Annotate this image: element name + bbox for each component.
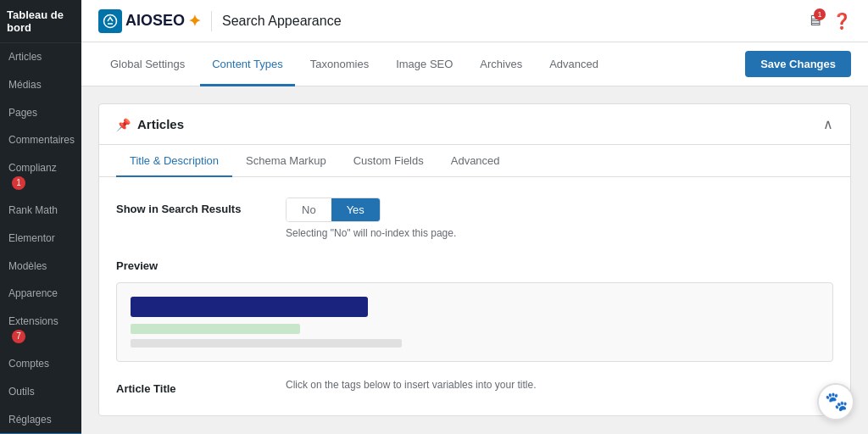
tab-advanced[interactable]: Advanced <box>537 43 610 86</box>
sidebar-item-complianz[interactable]: Complianz1 <box>0 154 81 197</box>
sidebar-item-commentaires[interactable]: Commentaires <box>0 126 81 154</box>
pushpin-icon: 📌 <box>116 118 131 131</box>
sidebar-item-extensions[interactable]: Extensions7 <box>0 308 81 350</box>
mascot-button[interactable]: 🐾 <box>817 383 854 420</box>
article-title-row: Article Title Click on the tags below to… <box>116 379 833 395</box>
preview-section: Preview <box>116 259 833 362</box>
complianz-badge: 1 <box>12 176 25 190</box>
logo-plus: ✦ <box>188 12 201 31</box>
show-in-search-hint: Selecting "No" will no-index this page. <box>286 227 833 239</box>
section-collapse-button[interactable]: ∧ <box>823 116 833 132</box>
tab-archives[interactable]: Archives <box>468 43 534 86</box>
section-title: 📌 Articles <box>116 117 184 131</box>
tab-global-settings[interactable]: Global Settings <box>98 43 197 86</box>
sidebar-item-comptes[interactable]: Comptes <box>0 350 81 378</box>
extensions-badge: 7 <box>12 330 25 343</box>
preview-url-bar <box>131 324 300 334</box>
article-title-label: Article Title <box>116 379 269 395</box>
inner-tab-title-description[interactable]: Title & Description <box>116 146 232 177</box>
sidebar-brand[interactable]: Tableau de bord <box>0 0 81 43</box>
show-in-search-row: Show in Search Results No Yes Selecting … <box>116 198 833 239</box>
save-changes-button[interactable]: Save Changes <box>745 51 851 77</box>
tab-taxonomies[interactable]: Taxonomies <box>298 43 381 86</box>
section-body: Show in Search Results No Yes Selecting … <box>99 177 850 415</box>
aioseo-logo: AIOSEO✦ <box>98 9 201 33</box>
header-right: 🖥 1 ❓ <box>807 12 851 31</box>
sidebar-item-outils[interactable]: Outils <box>0 378 81 406</box>
sidebar-item-modeles[interactable]: Modèles <box>0 253 81 281</box>
toggle-no-button[interactable]: No <box>287 198 331 221</box>
sidebar: Tableau de bord Articles Médias Pages Co… <box>0 0 81 434</box>
inner-tab-navigation: Title & Description Schema Markup Custom… <box>99 145 850 177</box>
sidebar-item-rankmath[interactable]: Rank Math <box>0 197 81 225</box>
header-left: AIOSEO✦ Search Appearance <box>98 9 342 33</box>
logo-icon <box>98 9 122 33</box>
monitor-icon-button[interactable]: 🖥 1 <box>807 12 822 30</box>
content-area: 📌 Articles ∧ Title & Description Schema … <box>81 86 868 434</box>
articles-section: 📌 Articles ∧ Title & Description Schema … <box>98 103 851 416</box>
page-title: Search Appearance <box>222 14 342 29</box>
show-in-search-control: No Yes Selecting "No" will no-index this… <box>286 198 833 239</box>
tabs-list: Global Settings Content Types Taxonomies… <box>98 42 610 86</box>
tab-content-types[interactable]: Content Types <box>200 43 295 86</box>
help-icon-button[interactable]: ❓ <box>832 12 851 31</box>
preview-title-bar <box>131 297 368 317</box>
inner-tab-advanced[interactable]: Advanced <box>437 146 514 177</box>
tab-image-seo[interactable]: Image SEO <box>384 43 465 86</box>
sidebar-item-articles[interactable]: Articles <box>0 43 81 71</box>
section-header: 📌 Articles ∧ <box>99 104 850 145</box>
logo-text: AIOSEO <box>125 12 185 30</box>
sidebar-item-pages[interactable]: Pages <box>0 99 81 127</box>
top-header: AIOSEO✦ Search Appearance 🖥 1 ❓ <box>81 0 868 42</box>
help-icon: ❓ <box>832 13 851 30</box>
section-title-text: Articles <box>137 117 184 131</box>
preview-box <box>116 282 833 362</box>
sidebar-item-elementor[interactable]: Elementor <box>0 225 81 253</box>
inner-tab-schema-markup[interactable]: Schema Markup <box>232 146 340 177</box>
toggle-group: No Yes <box>286 198 381 222</box>
preview-desc-bar <box>131 339 402 348</box>
main-content: AIOSEO✦ Search Appearance 🖥 1 ❓ Global S… <box>81 0 868 434</box>
preview-label: Preview <box>116 259 833 272</box>
sidebar-item-reglages[interactable]: Réglages <box>0 406 81 434</box>
toggle-yes-button[interactable]: Yes <box>331 198 380 221</box>
sidebar-item-medias[interactable]: Médias <box>0 71 81 99</box>
header-divider <box>211 11 212 31</box>
article-title-hint: Click on the tags below to insert variab… <box>286 379 833 391</box>
tab-navigation: Global Settings Content Types Taxonomies… <box>81 42 868 86</box>
inner-tab-custom-fields[interactable]: Custom Fields <box>340 146 437 177</box>
show-in-search-label: Show in Search Results <box>116 198 269 215</box>
notification-badge: 1 <box>814 8 826 20</box>
sidebar-item-apparence[interactable]: Apparence <box>0 280 81 308</box>
